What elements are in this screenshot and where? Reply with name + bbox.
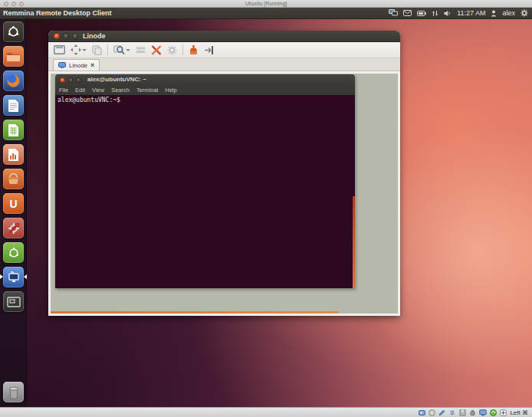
launcher-item-ubuntu-one[interactable]: U bbox=[3, 193, 24, 214]
exit-button[interactable] bbox=[204, 45, 215, 55]
remmina-viewport: alex@ubuntuVNC: ~ File Edit View Search … bbox=[48, 71, 400, 316]
terminal-titlebar[interactable]: alex@ubuntuVNC: ~ bbox=[55, 74, 355, 85]
scale-window-button[interactable] bbox=[71, 44, 87, 55]
mouse-integration-icon[interactable] bbox=[500, 409, 507, 416]
battery-icon[interactable] bbox=[417, 11, 426, 16]
remote-desktops-icon[interactable] bbox=[389, 9, 398, 17]
scale-dropdown-caret[interactable] bbox=[82, 49, 87, 51]
remmina-window: Linode bbox=[48, 31, 400, 316]
tab-linode[interactable]: Linode × bbox=[53, 59, 100, 71]
keyboard-shortcuts-button[interactable] bbox=[136, 46, 146, 54]
clock[interactable]: 11:27 AM bbox=[457, 9, 485, 17]
session-gear-icon[interactable] bbox=[521, 9, 528, 17]
active-app-title: Remmina Remote Desktop Client bbox=[0, 9, 112, 17]
launcher-item-software-center[interactable] bbox=[3, 169, 24, 189]
zoom-button[interactable] bbox=[113, 44, 130, 55]
menu-file[interactable]: File bbox=[59, 87, 68, 94]
ubuntu-top-panel: Remmina Remote Desktop Client 11:27 AM a… bbox=[0, 8, 532, 19]
vnc-render-artifact-vertical bbox=[353, 196, 355, 288]
launcher-item-firefox[interactable] bbox=[3, 71, 24, 91]
launcher-item-software-updater[interactable] bbox=[3, 242, 24, 263]
launcher-item-libreoffice-calc[interactable] bbox=[3, 120, 24, 140]
mac-window-title: Ubuntu [Running] bbox=[0, 1, 532, 6]
unity-launcher: U bbox=[0, 19, 27, 407]
ubuntu-one-letter: U bbox=[9, 199, 17, 209]
menu-search[interactable]: Search bbox=[111, 87, 130, 94]
tab-close-icon[interactable]: × bbox=[90, 62, 94, 69]
disconnect-button[interactable] bbox=[189, 44, 199, 55]
launcher-item-workspace-window[interactable] bbox=[3, 291, 24, 312]
terminal-minimize-button[interactable] bbox=[68, 77, 74, 83]
launcher-item-system-settings[interactable] bbox=[3, 218, 24, 238]
volume-icon[interactable] bbox=[444, 10, 452, 17]
window-maximize-button[interactable] bbox=[72, 33, 78, 39]
launcher-item-libreoffice-writer[interactable] bbox=[3, 95, 24, 116]
launcher-item-libreoffice-impress[interactable] bbox=[3, 144, 24, 165]
remote-connection-icon bbox=[58, 62, 66, 68]
window-minimize-button[interactable] bbox=[63, 33, 69, 39]
menu-view[interactable]: View bbox=[92, 87, 104, 94]
tab-label: Linode bbox=[69, 62, 87, 69]
display-icon[interactable] bbox=[479, 409, 487, 416]
remmina-window-title: Linode bbox=[83, 32, 106, 40]
zoom-dropdown-caret[interactable] bbox=[126, 49, 130, 51]
floppy-icon[interactable] bbox=[459, 409, 466, 416]
window-close-button[interactable] bbox=[54, 33, 60, 39]
mac-titlebar: Ubuntu [Running] bbox=[0, 0, 532, 8]
launcher-item-dash-home[interactable] bbox=[3, 21, 24, 42]
terminal-menubar: File Edit View Search Terminal Help bbox=[55, 85, 355, 95]
preferences-button[interactable] bbox=[167, 45, 177, 55]
launcher-item-home-folder[interactable] bbox=[3, 46, 24, 67]
toolbar-separator bbox=[107, 44, 108, 55]
terminal-prompt: alex@ubuntuVNC:~$ bbox=[57, 97, 120, 103]
host-key-label: Left ⌘ bbox=[510, 409, 528, 416]
tools-button[interactable] bbox=[151, 45, 162, 55]
terminal-body[interactable]: alex@ubuntuVNC:~$ bbox=[55, 95, 355, 288]
vnc-remote-desktop[interactable]: alex@ubuntuVNC: ~ File Edit View Search … bbox=[51, 74, 398, 314]
desktop-wallpaper: U bbox=[0, 19, 532, 407]
menu-help[interactable]: Help bbox=[165, 87, 176, 94]
remote-terminal-window: alex@ubuntuVNC: ~ File Edit View Search … bbox=[55, 74, 355, 288]
hdd-icon[interactable] bbox=[419, 409, 425, 416]
grab-keyboard-button[interactable] bbox=[92, 45, 102, 55]
terminal-maximize-button[interactable] bbox=[76, 77, 81, 83]
optical-disc-icon[interactable] bbox=[429, 409, 435, 416]
launcher-running-indicator bbox=[0, 274, 3, 279]
screen: Ubuntu [Running] Remmina Remote Desktop … bbox=[0, 0, 532, 417]
usb-icon[interactable] bbox=[469, 409, 476, 416]
marker-icon[interactable] bbox=[438, 409, 445, 416]
remmina-tab-bar: Linode × bbox=[48, 58, 400, 71]
toolbar-separator bbox=[182, 44, 183, 55]
sync-arrows-icon[interactable] bbox=[432, 10, 438, 17]
launcher-item-remmina[interactable] bbox=[3, 267, 24, 287]
features-icon[interactable] bbox=[490, 409, 497, 416]
user-icon[interactable] bbox=[491, 10, 497, 17]
network-icon[interactable] bbox=[448, 409, 456, 416]
remmina-titlebar[interactable]: Linode bbox=[48, 31, 400, 42]
remmina-toolbar bbox=[48, 42, 400, 58]
fullscreen-button[interactable] bbox=[54, 45, 65, 54]
vnc-render-artifact-horizontal bbox=[51, 311, 339, 314]
virtualbox-statusbar: Left ⌘ bbox=[0, 407, 532, 417]
launcher-item-trash[interactable] bbox=[3, 382, 24, 402]
menu-terminal[interactable]: Terminal bbox=[136, 87, 158, 94]
username-label[interactable]: alex bbox=[502, 9, 515, 17]
terminal-title: alex@ubuntuVNC: ~ bbox=[87, 76, 146, 83]
mail-icon[interactable] bbox=[403, 10, 412, 16]
panel-indicators: 11:27 AM alex bbox=[389, 9, 532, 17]
terminal-close-button[interactable] bbox=[60, 77, 65, 83]
launcher-focused-indicator bbox=[24, 274, 27, 279]
menu-edit[interactable]: Edit bbox=[75, 87, 85, 94]
